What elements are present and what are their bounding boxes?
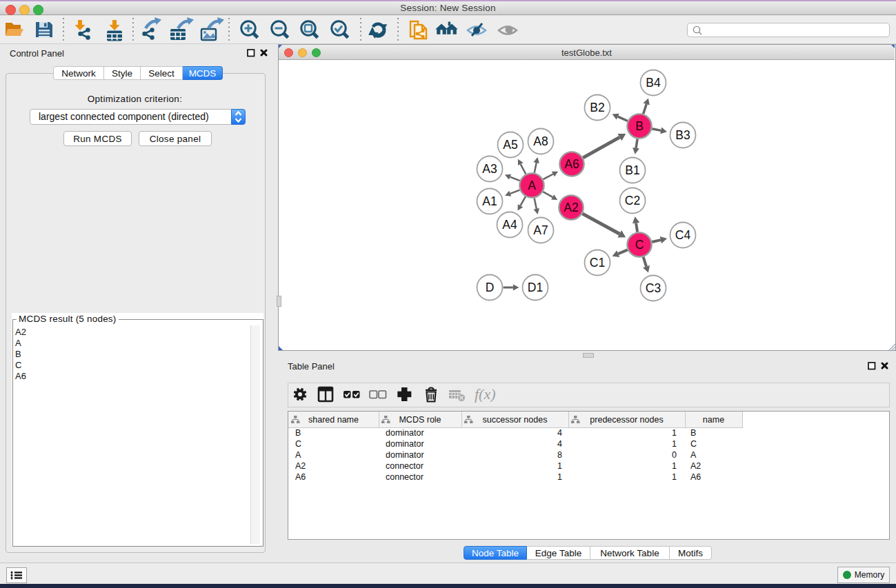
svg-text:A5: A5 [503,138,517,152]
svg-text:A4: A4 [502,218,517,232]
svg-text:C1: C1 [590,256,605,270]
svg-text:C3: C3 [646,281,661,295]
svg-text:C: C [635,238,644,252]
svg-text:A3: A3 [482,162,497,176]
svg-text:A1: A1 [482,194,497,208]
svg-text:B4: B4 [646,76,661,90]
svg-text:A2: A2 [564,201,578,214]
svg-text:f(x): f(x) [475,385,496,403]
svg-text:A8: A8 [533,134,548,148]
svg-text:A7: A7 [533,223,548,237]
svg-text:A6: A6 [564,157,579,171]
svg-text:B: B [635,119,644,133]
svg-text:B1: B1 [625,163,639,177]
svg-text:C4: C4 [675,228,691,242]
svg-text:B3: B3 [675,128,690,142]
svg-text:B2: B2 [590,101,604,114]
svg-text:D1: D1 [528,281,543,294]
svg-text:C2: C2 [625,194,640,207]
svg-text:A: A [528,179,536,192]
svg-text:D: D [486,281,495,294]
